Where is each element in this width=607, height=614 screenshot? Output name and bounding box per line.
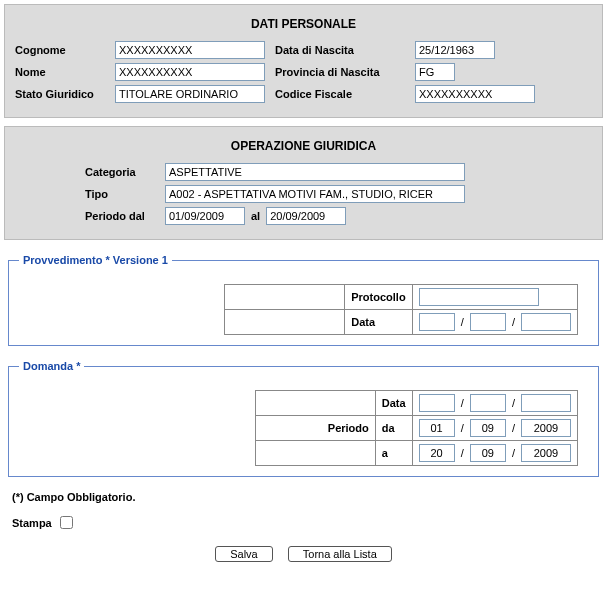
- domanda-grid: Data / / Periodo da / / a: [255, 390, 578, 466]
- input-prov-data-m[interactable]: [470, 313, 506, 331]
- label-tipo: Tipo: [85, 188, 165, 200]
- provvedimento-legend: Provvedimento * Versione 1: [19, 254, 172, 266]
- label-al: al: [251, 210, 260, 222]
- input-da-y[interactable]: [521, 419, 571, 437]
- button-row: Salva Torna alla Lista: [4, 546, 603, 562]
- label-nome: Nome: [15, 66, 115, 78]
- required-note: (*) Campo Obbligatorio.: [12, 491, 599, 503]
- input-provincia[interactable]: [415, 63, 455, 81]
- input-dom-data-d[interactable]: [419, 394, 455, 412]
- checkbox-stampa[interactable]: [60, 516, 73, 529]
- slash: /: [461, 447, 464, 459]
- save-button[interactable]: Salva: [215, 546, 273, 562]
- input-protocollo[interactable]: [419, 288, 539, 306]
- input-a-y[interactable]: [521, 444, 571, 462]
- slash: /: [512, 447, 515, 459]
- label-codice-fiscale: Codice Fiscale: [275, 88, 415, 100]
- slash: /: [461, 397, 464, 409]
- input-dom-data-m[interactable]: [470, 394, 506, 412]
- label-cognome: Cognome: [15, 44, 115, 56]
- label-protocollo: Protocollo: [345, 285, 412, 310]
- label-a: a: [375, 441, 412, 466]
- input-periodo-dal[interactable]: [165, 207, 245, 225]
- operazione-panel: OPERAZIONE GIURIDICA Categoria Tipo Peri…: [4, 126, 603, 240]
- label-categoria: Categoria: [85, 166, 165, 178]
- slash: /: [512, 422, 515, 434]
- provvedimento-grid: Protocollo Data / /: [224, 284, 578, 335]
- domanda-spacer2: [255, 441, 375, 466]
- input-prov-data-y[interactable]: [521, 313, 571, 331]
- personal-data-panel: DATI PERSONALE Cognome Data di Nascita N…: [4, 4, 603, 118]
- row-tipo: Tipo: [85, 185, 592, 203]
- label-stato: Stato Giuridico: [15, 88, 115, 100]
- input-da-d[interactable]: [419, 419, 455, 437]
- input-a-m[interactable]: [470, 444, 506, 462]
- stampa-row: Stampa: [12, 513, 599, 532]
- label-da: da: [375, 416, 412, 441]
- slash: /: [461, 422, 464, 434]
- input-cognome[interactable]: [115, 41, 265, 59]
- personal-title: DATI PERSONALE: [15, 11, 592, 41]
- label-periodo: Periodo: [255, 416, 375, 441]
- provvedimento-spacer: [225, 285, 345, 310]
- slash: /: [461, 316, 464, 328]
- label-prov-data: Data: [345, 310, 412, 335]
- domanda-fieldset: Domanda * Data / / Periodo da / /: [8, 360, 599, 477]
- input-categoria[interactable]: [165, 163, 465, 181]
- slash: /: [512, 316, 515, 328]
- row-categoria: Categoria: [85, 163, 592, 181]
- label-stampa: Stampa: [12, 517, 52, 529]
- label-periodo-dal: Periodo dal: [85, 210, 165, 222]
- input-dom-data-y[interactable]: [521, 394, 571, 412]
- input-prov-data-d[interactable]: [419, 313, 455, 331]
- input-periodo-al[interactable]: [266, 207, 346, 225]
- input-tipo[interactable]: [165, 185, 465, 203]
- domanda-spacer: [255, 391, 375, 416]
- row-stato: Stato Giuridico Codice Fiscale: [15, 85, 592, 103]
- domanda-legend: Domanda *: [19, 360, 84, 372]
- label-data-nascita: Data di Nascita: [275, 44, 415, 56]
- label-dom-data: Data: [375, 391, 412, 416]
- row-periodo: Periodo dal al: [85, 207, 592, 225]
- row-nome: Nome Provincia di Nascita: [15, 63, 592, 81]
- input-da-m[interactable]: [470, 419, 506, 437]
- input-a-d[interactable]: [419, 444, 455, 462]
- input-codice-fiscale[interactable]: [415, 85, 535, 103]
- label-provincia: Provincia di Nascita: [275, 66, 415, 78]
- operazione-title: OPERAZIONE GIURIDICA: [15, 133, 592, 163]
- slash: /: [512, 397, 515, 409]
- back-to-list-button[interactable]: Torna alla Lista: [288, 546, 392, 562]
- row-cognome: Cognome Data di Nascita: [15, 41, 592, 59]
- provvedimento-spacer2: [225, 310, 345, 335]
- provvedimento-fieldset: Provvedimento * Versione 1 Protocollo Da…: [8, 254, 599, 346]
- input-stato[interactable]: [115, 85, 265, 103]
- input-data-nascita[interactable]: [415, 41, 495, 59]
- input-nome[interactable]: [115, 63, 265, 81]
